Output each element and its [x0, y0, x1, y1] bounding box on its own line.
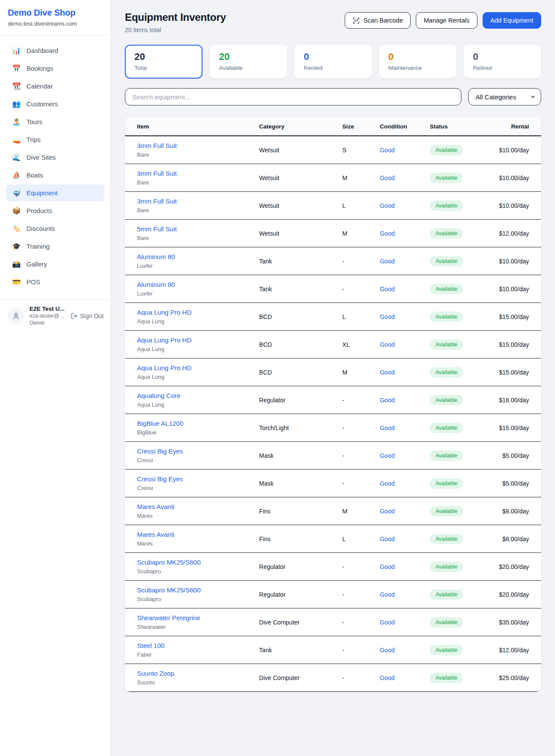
- item-cell: Steel 100 Faber: [125, 636, 254, 664]
- sidebar-nav-item[interactable]: 📅 Bookings: [6, 60, 104, 77]
- condition-link[interactable]: Good: [380, 647, 395, 654]
- item-name-link[interactable]: Mares Avanti: [137, 531, 249, 538]
- item-cell: 3mm Full Suit Bare: [125, 164, 254, 192]
- condition-link[interactable]: Good: [380, 202, 395, 209]
- condition-link[interactable]: Good: [380, 424, 395, 431]
- condition-link[interactable]: Good: [380, 536, 395, 542]
- nav-item-icon: 📆: [12, 82, 21, 90]
- stat-card[interactable]: 20 Available: [209, 45, 287, 79]
- sidebar-nav-item[interactable]: 📆 Calendar: [6, 78, 104, 95]
- sidebar-nav-item[interactable]: 🏝️ Tours: [6, 113, 104, 130]
- search-input[interactable]: [125, 88, 461, 105]
- condition-link[interactable]: Good: [380, 147, 395, 154]
- sidebar-nav-item[interactable]: 👥 Customers: [6, 95, 104, 112]
- status-badge: Available: [430, 478, 463, 489]
- item-name-link[interactable]: 5mm Full Suit: [137, 225, 249, 233]
- category-filter: All Categories: [468, 88, 541, 105]
- item-name-link[interactable]: Scubapro MK25/S600: [137, 586, 249, 594]
- condition-link[interactable]: Good: [380, 369, 395, 376]
- item-name-link[interactable]: Aluminum 80: [137, 253, 249, 260]
- column-header-category: Category: [254, 117, 337, 136]
- user-email: e2e-tester@...: [29, 313, 65, 319]
- condition-link[interactable]: Good: [380, 230, 395, 237]
- condition-link[interactable]: Good: [380, 480, 395, 487]
- nav-item-label: Trips: [26, 136, 41, 143]
- condition-link[interactable]: Good: [380, 674, 395, 681]
- item-name-link[interactable]: Scubapro MK25/S600: [137, 559, 249, 566]
- condition-link[interactable]: Good: [380, 258, 395, 265]
- condition-link[interactable]: Good: [380, 619, 395, 626]
- stat-card[interactable]: 20 Total: [125, 45, 202, 79]
- barcode-scan-icon: [353, 17, 360, 24]
- item-brand: Shearwater: [137, 624, 249, 630]
- sidebar-nav-item[interactable]: 🎓 Training: [6, 238, 104, 255]
- item-name-link[interactable]: Cressi Big Eyes: [137, 447, 249, 455]
- stat-card[interactable]: 0 Rented: [294, 45, 372, 79]
- item-name-link[interactable]: Aqua Lung Pro HD: [137, 364, 249, 371]
- status-badge: Available: [430, 367, 463, 378]
- nav-item-icon: 🏝️: [12, 118, 21, 126]
- sign-out-button[interactable]: Sign Out: [71, 312, 104, 319]
- sidebar-nav-item[interactable]: 🏷️ Discounts: [6, 220, 104, 237]
- item-brand: Bare: [137, 235, 249, 241]
- condition-link[interactable]: Good: [380, 591, 395, 598]
- item-name-link[interactable]: Suunto Zoop: [137, 670, 249, 677]
- category-select[interactable]: All Categories: [468, 88, 541, 105]
- size-cell: L: [337, 303, 375, 331]
- item-name-link[interactable]: Mares Avanti: [137, 503, 249, 510]
- item-name-link[interactable]: 3mm Full Suit: [137, 197, 249, 205]
- condition-link[interactable]: Good: [380, 286, 395, 293]
- item-name-link[interactable]: Cressi Big Eyes: [137, 475, 249, 483]
- condition-link[interactable]: Good: [380, 341, 395, 348]
- item-name-link[interactable]: 3mm Full Suit: [137, 170, 249, 177]
- item-name-link[interactable]: Aqua Lung Pro HD: [137, 309, 249, 316]
- condition-link[interactable]: Good: [380, 452, 395, 459]
- condition-link[interactable]: Good: [380, 174, 395, 181]
- category-cell: Wetsuit: [254, 192, 337, 220]
- sidebar-nav-item[interactable]: 📊 Dashboard: [6, 42, 104, 59]
- page-heading-block: Equipment Inventory 20 items total: [125, 11, 226, 33]
- status-cell: Available: [424, 220, 487, 247]
- condition-cell: Good: [375, 414, 424, 442]
- table-header: Item Category Size Condition Status Rent…: [125, 117, 541, 136]
- scan-barcode-button[interactable]: Scan Barcode: [345, 12, 411, 29]
- stat-label: Retired: [473, 65, 532, 71]
- add-equipment-button[interactable]: Add Equipment: [483, 12, 541, 29]
- stat-card[interactable]: 0 Retired: [464, 45, 541, 79]
- item-name-link[interactable]: 3mm Full Suit: [137, 142, 249, 149]
- item-name-link[interactable]: Aluminum 80: [137, 281, 249, 288]
- manage-rentals-button[interactable]: Manage Rentals: [416, 12, 477, 29]
- rental-cell: $25.00/day: [487, 664, 541, 692]
- condition-link[interactable]: Good: [380, 563, 395, 570]
- item-name-link[interactable]: BigBlue AL1200: [137, 420, 249, 427]
- manage-rentals-label: Manage Rentals: [424, 17, 470, 24]
- condition-link[interactable]: Good: [380, 313, 395, 320]
- rental-cell: $8.00/day: [487, 497, 541, 525]
- column-header-item: Item: [125, 117, 254, 136]
- sidebar-nav-item[interactable]: 📦 Products: [6, 202, 104, 219]
- size-cell: -: [337, 608, 375, 636]
- item-name-link[interactable]: Aqualung Core: [137, 392, 249, 399]
- item-cell: 3mm Full Suit Bare: [125, 192, 254, 220]
- item-name-link[interactable]: Aqua Lung Pro HD: [137, 336, 249, 344]
- item-cell: Aluminum 80 Luxfer: [125, 247, 254, 275]
- status-cell: Available: [424, 497, 487, 525]
- size-cell: L: [337, 192, 375, 220]
- sidebar-nav-item[interactable]: 🤿 Equipment: [6, 184, 104, 201]
- size-cell: S: [337, 136, 375, 164]
- item-name-link[interactable]: Steel 100: [137, 642, 249, 649]
- condition-link[interactable]: Good: [380, 397, 395, 404]
- sidebar-nav-item[interactable]: 🚤 Trips: [6, 131, 104, 148]
- condition-cell: Good: [375, 470, 424, 497]
- user-role: Owner: [29, 320, 65, 326]
- sidebar-nav-item[interactable]: ⛵ Boats: [6, 167, 104, 184]
- size-cell: -: [337, 470, 375, 497]
- condition-link[interactable]: Good: [380, 508, 395, 515]
- sidebar-nav-item[interactable]: 💳 POS: [6, 273, 104, 290]
- condition-cell: Good: [375, 553, 424, 581]
- sidebar-nav-item[interactable]: 🌊 Dive Sites: [6, 149, 104, 166]
- stat-card[interactable]: 0 Maintenance: [379, 45, 457, 79]
- nav-item-label: Equipment: [26, 189, 58, 197]
- item-name-link[interactable]: Shearwater Peregrine: [137, 614, 249, 621]
- sidebar-nav-item[interactable]: 📸 Gallery: [6, 256, 104, 273]
